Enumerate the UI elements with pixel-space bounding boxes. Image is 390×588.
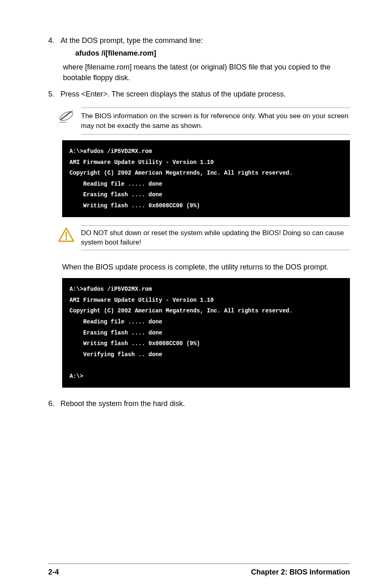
note-callout: The BIOS information on the screen is fo…: [57, 108, 350, 135]
step-text: Press <Enter>. The screen displays the s…: [61, 89, 350, 99]
terminal-output-1: A:\>afudos /iP5VD2MX.rom AMI Firmware Up…: [62, 140, 350, 217]
step-4: 4. At the DOS prompt, type the command l…: [48, 35, 350, 46]
page-footer: 2-4 Chapter 2: BIOS Information: [0, 563, 390, 577]
step-number: 4.: [48, 35, 61, 46]
svg-point-5: [65, 238, 67, 240]
pencil-note-icon: [57, 109, 75, 124]
command-line: afudos /i[filename.rom]: [75, 49, 350, 58]
page-number: 2-4: [48, 568, 59, 577]
note-text: The BIOS information on the screen is fo…: [81, 108, 350, 135]
step-text: At the DOS prompt, type the command line…: [61, 35, 350, 46]
chapter-title: Chapter 2: BIOS Information: [251, 568, 350, 577]
step-text: Reboot the system from the hard disk.: [61, 398, 350, 409]
step-4-explanation: where [filename.rom] means the latest (o…: [63, 62, 350, 83]
completion-paragraph: When the BIOS update process is complete…: [62, 262, 350, 272]
step-number: 5.: [48, 89, 61, 99]
terminal-output-2: A:\>afudos /iP5VD2MX.rom AMI Firmware Up…: [62, 278, 350, 387]
step-5: 5. Press <Enter>. The screen displays th…: [48, 89, 350, 99]
warning-text: DO NOT shut down or reset the system whi…: [81, 225, 350, 251]
warning-triangle-icon: [57, 227, 75, 243]
step-number: 6.: [48, 398, 61, 409]
step-6: 6. Reboot the system from the hard disk.: [48, 398, 350, 409]
warning-callout: DO NOT shut down or reset the system whi…: [57, 225, 350, 251]
